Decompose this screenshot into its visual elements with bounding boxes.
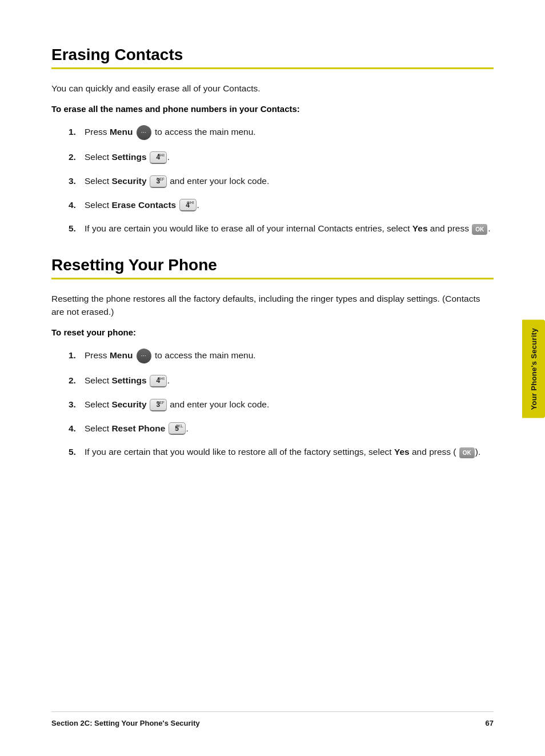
side-tab-text: Your Phone's Security bbox=[530, 328, 538, 410]
erasing-intro: You can quickly and easily erase all of … bbox=[51, 82, 494, 95]
resetting-intro: Resetting the phone restores all the fac… bbox=[51, 292, 494, 319]
step-num-1: 1. bbox=[69, 125, 85, 138]
step-content-1: Press Menu ··· to access the main menu. bbox=[85, 125, 494, 140]
step-num-5: 5. bbox=[69, 222, 85, 235]
erasing-step-1: 1. Press Menu ··· to access the main men… bbox=[69, 125, 494, 140]
resetting-step-1: 1. Press Menu ··· to access the main men… bbox=[69, 349, 494, 363]
erasing-step-5: 5. If you are certain you would like to … bbox=[69, 222, 494, 235]
resetting-step-4: 4. Select Reset Phone 5JKL. bbox=[69, 422, 494, 435]
resetting-divider bbox=[51, 278, 494, 279]
reset-step-content-3: Select Security 3DEF and enter your lock… bbox=[85, 398, 494, 411]
footer-page-num: 67 bbox=[486, 719, 494, 727]
resetting-steps: 1. Press Menu ··· to access the main men… bbox=[69, 349, 494, 459]
resetting-step-5: 5. If you are certain that you would lik… bbox=[69, 445, 494, 458]
reset-settings-key-icon: 4GHI bbox=[150, 375, 167, 387]
step-bold-5: Yes bbox=[412, 223, 428, 233]
step-content-4: Select Erase Contacts 4GHI. bbox=[85, 198, 494, 212]
reset-phone-key-icon: 5JKL bbox=[169, 422, 186, 435]
reset-step-num-5: 5. bbox=[69, 445, 85, 458]
reset-step-content-5: If you are certain that you would like t… bbox=[85, 445, 494, 458]
erasing-divider bbox=[51, 67, 494, 69]
side-tab: Your Phone's Security bbox=[522, 320, 545, 418]
resetting-subheading: To reset your phone: bbox=[51, 326, 494, 339]
step-bold-1: Menu bbox=[110, 127, 133, 137]
reset-step-bold-2: Settings bbox=[111, 375, 146, 385]
erasing-step-2: 2. Select Settings 4GHI. bbox=[69, 150, 494, 164]
erasing-section: Erasing Contacts You can quickly and eas… bbox=[51, 46, 494, 235]
step-num-3: 3. bbox=[69, 174, 85, 187]
reset-step-num-4: 4. bbox=[69, 422, 85, 435]
resetting-step-2: 2. Select Settings 4GHI. bbox=[69, 374, 494, 387]
step-bold-3: Security bbox=[111, 176, 146, 186]
reset-step-content-2: Select Settings 4GHI. bbox=[85, 374, 494, 387]
reset-step-num-2: 2. bbox=[69, 374, 85, 387]
erasing-steps: 1. Press Menu ··· to access the main men… bbox=[69, 125, 494, 235]
reset-step-bold-4: Reset Phone bbox=[111, 423, 165, 433]
erase-key-icon: 4GHI bbox=[179, 199, 197, 211]
step-content-5: If you are certain you would like to era… bbox=[85, 222, 494, 235]
reset-step-bold-3: Security bbox=[111, 399, 146, 409]
step-content-3: Select Security 3DEF and enter your lock… bbox=[85, 174, 494, 188]
step-num-2: 2. bbox=[69, 150, 85, 163]
step-bold-4: Erase Contacts bbox=[111, 200, 176, 210]
erasing-step-3: 3. Select Security 3DEF and enter your l… bbox=[69, 174, 494, 188]
ok-icon-2: OK bbox=[459, 447, 475, 458]
erasing-subheading: To erase all the names and phone numbers… bbox=[51, 103, 494, 116]
resetting-section: Resetting Your Phone Resetting the phone… bbox=[51, 256, 494, 459]
reset-security-key-icon: 3DEF bbox=[150, 399, 167, 411]
step-bold-2: Settings bbox=[111, 152, 146, 162]
reset-step-num-1: 1. bbox=[69, 349, 85, 362]
reset-step-content-4: Select Reset Phone 5JKL. bbox=[85, 422, 494, 435]
step-num-4: 4. bbox=[69, 198, 85, 211]
page-container: Erasing Contacts You can quickly and eas… bbox=[0, 0, 545, 756]
resetting-title: Resetting Your Phone bbox=[51, 256, 494, 274]
resetting-step-3: 3. Select Security 3DEF and enter your l… bbox=[69, 398, 494, 411]
footer-section-label: Section 2C: Setting Your Phone's Securit… bbox=[51, 719, 200, 727]
reset-step-bold-1: Menu bbox=[110, 350, 133, 360]
reset-step-num-3: 3. bbox=[69, 398, 85, 411]
reset-step-content-1: Press Menu ··· to access the main menu. bbox=[85, 349, 494, 363]
erasing-title: Erasing Contacts bbox=[51, 46, 494, 64]
reset-step-bold-5: Yes bbox=[394, 447, 410, 457]
page-footer: Section 2C: Setting Your Phone's Securit… bbox=[51, 711, 494, 727]
security-key-icon: 3DEF bbox=[150, 175, 167, 188]
ok-icon-1: OK bbox=[472, 224, 487, 235]
menu-icon-1: ··· bbox=[137, 125, 151, 140]
settings-key-icon: 4GHI bbox=[150, 151, 167, 164]
erasing-step-4: 4. Select Erase Contacts 4GHI. bbox=[69, 198, 494, 212]
step-content-2: Select Settings 4GHI. bbox=[85, 150, 494, 164]
menu-icon-2: ··· bbox=[137, 349, 151, 363]
